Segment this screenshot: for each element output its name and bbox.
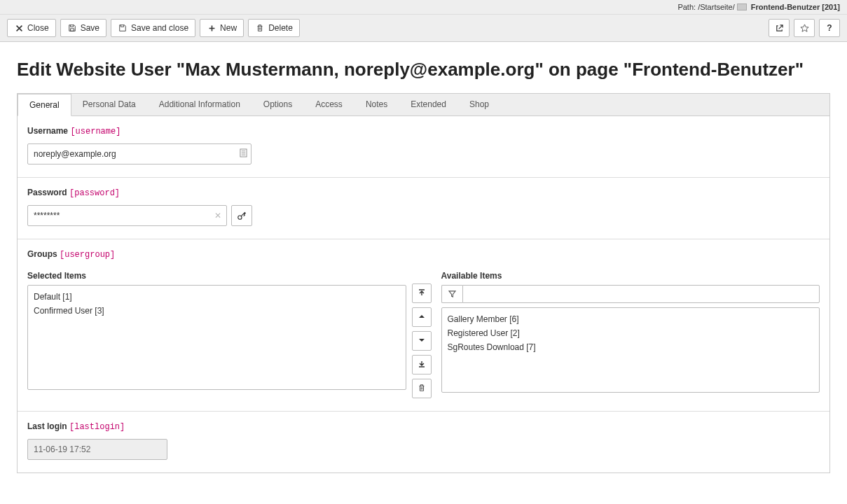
tab-additional-information[interactable]: Additional Information bbox=[148, 94, 252, 115]
save-button[interactable]: Save bbox=[60, 19, 106, 37]
chevron-up-icon bbox=[418, 312, 426, 323]
list-item[interactable]: Default [1] bbox=[34, 290, 400, 304]
password-clear-icon[interactable]: ✕ bbox=[214, 211, 221, 220]
field-username-section: Username [username] bbox=[18, 116, 829, 178]
plus-icon bbox=[207, 23, 216, 33]
help-icon: ? bbox=[825, 23, 834, 33]
list-item[interactable]: Registered User [2] bbox=[448, 326, 814, 340]
tab-general[interactable]: General bbox=[18, 94, 71, 116]
username-label: Username [username] bbox=[27, 126, 820, 136]
list-item[interactable]: Confirmed User [3] bbox=[34, 304, 400, 318]
available-items-list[interactable]: Gallery Member [6] Registered User [2] S… bbox=[441, 307, 820, 393]
filter-button[interactable] bbox=[441, 285, 462, 303]
password-input[interactable] bbox=[27, 205, 227, 226]
toolbar-left: Close Save Save and close New Delete bbox=[7, 19, 300, 37]
selected-column: Selected Items Default [1] Confirmed Use… bbox=[27, 267, 406, 390]
delete-label: Delete bbox=[268, 23, 293, 33]
selected-items-label: Selected Items bbox=[27, 271, 406, 281]
path-page[interactable]: Frontend-Benutzer [201] bbox=[751, 3, 840, 11]
content-area: Edit Website User "Max Mustermann, norep… bbox=[0, 42, 847, 486]
username-suggest-icon[interactable] bbox=[240, 148, 247, 160]
breadcrumb: Path: /Startseite/ Frontend-Benutzer [20… bbox=[0, 0, 847, 15]
save-close-icon bbox=[118, 23, 128, 33]
lastlogin-label: Last login [lastlogin] bbox=[27, 421, 820, 432]
list-item[interactable]: Gallery Member [6] bbox=[448, 312, 814, 326]
delete-button[interactable]: Delete bbox=[248, 19, 300, 37]
tab-shop[interactable]: Shop bbox=[458, 94, 501, 115]
new-label: New bbox=[220, 23, 237, 33]
close-button[interactable]: Close bbox=[7, 19, 56, 37]
chevron-down-icon bbox=[418, 336, 426, 346]
list-item[interactable]: SgRoutes Download [7] bbox=[448, 340, 814, 354]
filter-input[interactable] bbox=[462, 285, 820, 303]
save-icon bbox=[67, 23, 77, 33]
key-icon bbox=[237, 211, 247, 220]
trash-icon bbox=[255, 23, 265, 33]
lastlogin-key: [lastlogin] bbox=[69, 422, 125, 432]
page-icon bbox=[737, 4, 747, 10]
groups-key: [usergroup] bbox=[60, 250, 115, 260]
move-bottom-icon bbox=[418, 360, 426, 370]
field-lastlogin-section: Last login [lastlogin] bbox=[18, 412, 829, 472]
available-column: Available Items Gallery Member [6] Regis… bbox=[441, 267, 820, 393]
username-input[interactable] bbox=[27, 144, 252, 164]
tab-extended[interactable]: Extended bbox=[399, 94, 458, 115]
field-groups-section: Groups [usergroup] Selected Items Defaul… bbox=[18, 239, 829, 412]
tab-panel: Username [username] Password [password] bbox=[17, 115, 830, 473]
move-up-button[interactable] bbox=[412, 307, 432, 327]
tab-notes[interactable]: Notes bbox=[354, 94, 399, 115]
page-title: Edit Website User "Max Mustermann, norep… bbox=[17, 59, 830, 80]
close-icon bbox=[14, 23, 24, 33]
move-top-button[interactable] bbox=[412, 284, 432, 303]
move-down-button[interactable] bbox=[412, 331, 432, 351]
tab-options[interactable]: Options bbox=[252, 94, 304, 115]
password-key: [password] bbox=[69, 188, 120, 198]
selected-items-list[interactable]: Default [1] Confirmed User [3] bbox=[27, 285, 406, 390]
new-button[interactable]: New bbox=[200, 19, 244, 37]
open-external-button[interactable] bbox=[769, 19, 790, 37]
help-button[interactable]: ? bbox=[819, 19, 840, 37]
trash-icon bbox=[418, 384, 426, 394]
tab-access[interactable]: Access bbox=[304, 94, 354, 115]
list-controls bbox=[412, 284, 436, 398]
remove-item-button[interactable] bbox=[412, 379, 432, 398]
save-label: Save bbox=[81, 23, 99, 33]
toolbar: Close Save Save and close New Delete bbox=[0, 15, 847, 42]
path-prefix: Path: bbox=[677, 3, 696, 11]
move-bottom-button[interactable] bbox=[412, 355, 432, 374]
star-icon bbox=[799, 23, 809, 33]
toolbar-right: ? bbox=[769, 19, 840, 37]
save-close-label: Save and close bbox=[131, 23, 188, 33]
available-items-label: Available Items bbox=[441, 271, 820, 281]
field-password-section: Password [password] ✕ bbox=[18, 178, 829, 239]
filter-icon bbox=[448, 289, 456, 300]
bookmark-button[interactable] bbox=[794, 19, 815, 37]
password-generate-button[interactable] bbox=[231, 205, 252, 226]
username-key: [username] bbox=[70, 127, 120, 136]
close-label: Close bbox=[27, 23, 49, 33]
lastlogin-input bbox=[27, 439, 167, 460]
save-close-button[interactable]: Save and close bbox=[111, 19, 195, 37]
password-label: Password [password] bbox=[27, 188, 820, 198]
groups-label: Groups [usergroup] bbox=[27, 249, 820, 260]
move-top-icon bbox=[418, 288, 426, 299]
external-link-icon bbox=[774, 23, 784, 33]
tabbar: General Personal Data Additional Informa… bbox=[17, 93, 830, 115]
tab-personal-data[interactable]: Personal Data bbox=[71, 94, 148, 115]
path-crumb[interactable]: /Startseite/ bbox=[698, 3, 735, 11]
